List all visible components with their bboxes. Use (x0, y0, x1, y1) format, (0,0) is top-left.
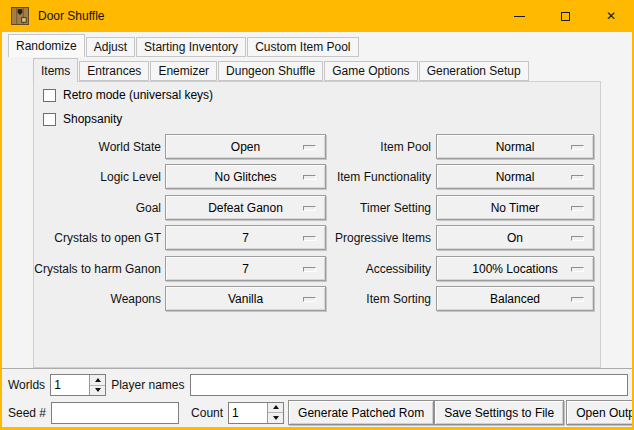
checkbox-label: Retro mode (universal keys) (63, 88, 213, 102)
tab-label: Enemizer (158, 64, 209, 78)
crystals-open-gt-dropdown[interactable]: 7 (165, 225, 326, 250)
dropdown-value: Open (231, 140, 260, 154)
window-border-left (0, 32, 2, 430)
item-sorting-dropdown[interactable]: Balanced (436, 286, 594, 311)
item-functionality-label: Item Functionality (304, 164, 431, 189)
seed-input[interactable] (51, 402, 179, 424)
worlds-label: Worlds (8, 378, 45, 392)
main-tab-bar: Randomize Adjust Starting Inventory Cust… (8, 34, 360, 57)
tab-custom-item-pool[interactable]: Custom Item Pool (247, 37, 358, 57)
goal-dropdown[interactable]: Defeat Ganon (165, 195, 326, 220)
world-state-label: World State (36, 134, 161, 159)
goal-label: Goal (36, 195, 161, 220)
arrow-down-icon (95, 388, 101, 392)
shopsanity-checkbox[interactable]: Shopsanity (43, 112, 122, 126)
dropdown-indicator-icon (571, 236, 584, 241)
player-names-input[interactable] (190, 374, 629, 396)
progressive-items-label: Progressive Items (304, 225, 431, 250)
tab-enemizer[interactable]: Enemizer (150, 61, 217, 81)
count-up-button[interactable] (268, 403, 283, 413)
maximize-button[interactable] (542, 0, 588, 32)
tab-label: Starting Inventory (144, 40, 238, 54)
window-title: Door Shuffle (38, 9, 105, 23)
count-input[interactable] (229, 403, 267, 423)
crystals-harm-ganon-dropdown[interactable]: 7 (165, 256, 326, 281)
arrow-up-icon (95, 378, 101, 382)
weapons-label: Weapons (36, 286, 161, 311)
crystals-open-gt-label: Crystals to open GT (36, 225, 161, 250)
checkbox-icon[interactable] (43, 113, 56, 126)
tab-randomize[interactable]: Randomize (8, 34, 85, 57)
tab-generation-setup[interactable]: Generation Setup (419, 61, 529, 81)
open-output-directory-button[interactable]: Open Output Directory (566, 400, 634, 425)
close-button[interactable]: ✕ (588, 0, 634, 32)
tab-label: Adjust (94, 40, 127, 54)
accessibility-label: Accessibility (304, 256, 431, 281)
crystals-harm-ganon-label: Crystals to harm Ganon (36, 256, 161, 281)
worlds-down-button[interactable] (90, 385, 105, 396)
dropdown-value: Normal (496, 140, 535, 154)
tab-label: Generation Setup (427, 64, 521, 78)
count-down-button[interactable] (268, 412, 283, 423)
logic-level-label: Logic Level (36, 164, 161, 189)
item-functionality-dropdown[interactable]: Normal (436, 164, 594, 189)
count-label: Count (191, 406, 223, 420)
tab-label: Game Options (332, 64, 409, 78)
item-pool-label: Item Pool (304, 134, 431, 159)
save-settings-button[interactable]: Save Settings to File (434, 400, 564, 425)
dropdown-indicator-icon (571, 297, 584, 302)
dropdown-value: Defeat Ganon (208, 201, 283, 215)
dropdown-indicator-icon (571, 267, 584, 272)
tab-label: Entrances (87, 64, 141, 78)
close-icon: ✕ (606, 10, 616, 22)
arrow-up-icon (273, 405, 279, 409)
tab-label: Randomize (16, 39, 77, 53)
dropdown-value: Vanilla (228, 292, 263, 306)
minimize-button[interactable] (496, 0, 542, 32)
dropdown-value: No Timer (491, 201, 540, 215)
tab-label: Dungeon Shuffle (226, 64, 315, 78)
items-pane: Retro mode (universal keys) Shopsanity W… (33, 81, 601, 368)
dropdown-value: 7 (242, 231, 249, 245)
dropdown-value: No Glitches (214, 170, 276, 184)
tab-entrances[interactable]: Entrances (79, 61, 149, 81)
dropdown-value: 100% Locations (472, 262, 557, 276)
item-sorting-label: Item Sorting (304, 286, 431, 311)
arrow-down-icon (273, 416, 279, 420)
dropdown-indicator-icon (571, 145, 584, 150)
tab-label: Custom Item Pool (255, 40, 350, 54)
timer-setting-dropdown[interactable]: No Timer (436, 195, 594, 220)
dropdown-value: On (507, 231, 523, 245)
progressive-items-dropdown[interactable]: On (436, 225, 594, 250)
tab-game-options[interactable]: Game Options (324, 61, 417, 81)
timer-setting-label: Timer Setting (304, 195, 431, 220)
minimize-icon (514, 16, 525, 17)
item-pool-dropdown[interactable]: Normal (436, 134, 594, 159)
retro-mode-checkbox[interactable]: Retro mode (universal keys) (43, 88, 213, 102)
title-bar: Door Shuffle ✕ (0, 0, 634, 32)
world-state-dropdown[interactable]: Open (165, 134, 326, 159)
checkbox-icon[interactable] (43, 89, 56, 102)
door-shuffle-window: Door Shuffle ✕ Randomize Adjust Starting… (0, 0, 634, 430)
player-names-label: Player names (111, 378, 184, 392)
count-stepper[interactable] (228, 402, 284, 424)
worlds-input[interactable] (51, 375, 89, 395)
checkbox-label: Shopsanity (63, 112, 122, 126)
weapons-dropdown[interactable]: Vanilla (165, 286, 326, 311)
generate-patched-rom-button[interactable]: Generate Patched Rom (288, 400, 434, 425)
worlds-up-button[interactable] (90, 375, 105, 385)
tab-items[interactable]: Items (33, 58, 78, 82)
worlds-stepper[interactable] (50, 374, 106, 396)
sub-tab-bar: Items Entrances Enemizer Dungeon Shuffle… (33, 58, 530, 81)
dropdown-indicator-icon (571, 206, 584, 211)
logic-level-dropdown[interactable]: No Glitches (165, 164, 326, 189)
seed-label: Seed # (8, 406, 46, 420)
tab-dungeon-shuffle[interactable]: Dungeon Shuffle (218, 61, 323, 81)
maximize-icon (561, 12, 570, 21)
accessibility-dropdown[interactable]: 100% Locations (436, 256, 594, 281)
door-icon (11, 7, 29, 25)
tab-starting-inventory[interactable]: Starting Inventory (136, 37, 246, 57)
dropdown-indicator-icon (571, 175, 584, 180)
tab-adjust[interactable]: Adjust (86, 37, 135, 57)
dropdown-value: Balanced (490, 292, 540, 306)
